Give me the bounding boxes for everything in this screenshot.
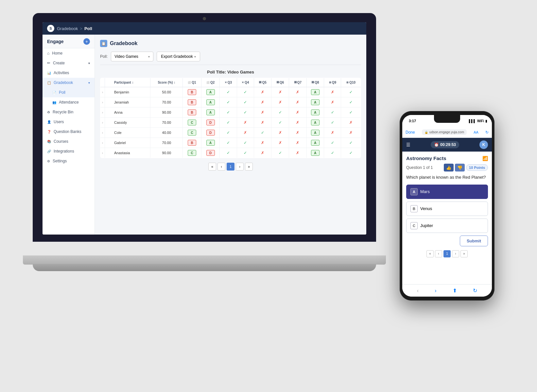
phone-option-c[interactable]: C Jupiter <box>406 219 488 233</box>
q9-cell: ✓ <box>324 148 341 158</box>
sidebar: Engage + Home Create ▾ 📊 Activities <box>43 35 95 235</box>
q9-cell: ✗ <box>324 128 341 138</box>
q6-header[interactable]: 🖼 Q6 <box>271 78 289 87</box>
q10-cell: ✗ <box>341 128 361 138</box>
sidebar-label-gradebook: Gradebook <box>54 80 73 85</box>
page-prev-btn[interactable]: ‹ <box>217 163 225 171</box>
page-1-btn[interactable]: 1 <box>227 163 234 171</box>
phone-back-button[interactable]: ‹ <box>417 288 419 294</box>
table-row: ›Jeramiah70.00BA✓✓✗✗✗A✗✓ <box>100 97 361 107</box>
q4-cell: ✓ <box>237 97 254 107</box>
row-expand-arrow[interactable]: › <box>102 151 103 155</box>
phone-status-right: ▌▌▌ WiFi ▮ <box>469 119 487 123</box>
sidebar-item-integrations[interactable]: 🔗 Integrations <box>43 146 95 156</box>
phone-share-button[interactable]: ⬆ <box>453 287 457 294</box>
q10-header[interactable]: ⊞ Q10 <box>341 78 361 87</box>
sidebar-item-recycle[interactable]: ♻ Recycle Bin <box>43 107 95 117</box>
sidebar-label-integrations: Integrations <box>54 149 74 154</box>
sidebar-item-activities[interactable]: 📊 Activities <box>43 68 95 78</box>
phone-option-b[interactable]: B Venus <box>406 202 488 216</box>
sidebar-item-questionbanks[interactable]: ❓ Question Banks <box>43 127 95 137</box>
q10-cell: ✗ <box>341 118 361 128</box>
correct-icon: ✓ <box>349 90 353 94</box>
incorrect-icon: ✗ <box>296 120 299 125</box>
phone-option-a[interactable]: A Mars <box>406 185 488 199</box>
q7-cell: ✗ <box>289 148 307 158</box>
sidebar-item-courses[interactable]: 📚 Courses <box>43 137 95 146</box>
phone-submit-button[interactable]: Submit <box>460 236 488 246</box>
correct-icon: ✓ <box>279 151 282 155</box>
q7-header[interactable]: 🖼 Q7 <box>289 78 307 87</box>
phone-done-button[interactable]: Done <box>406 130 415 135</box>
export-chevron-icon: ▾ <box>194 55 196 58</box>
correct-icon: ✓ <box>244 110 247 115</box>
sidebar-item-create[interactable]: Create ▾ <box>43 58 95 68</box>
answer-badge: A <box>311 89 320 95</box>
row-expand-arrow[interactable]: › <box>102 101 103 104</box>
q8-cell: A <box>306 128 324 138</box>
score-header[interactable]: Score (%) ↕ <box>150 78 183 87</box>
sidebar-item-poll[interactable]: 📄 Poll <box>43 88 95 97</box>
q7-cell: ✗ <box>289 107 307 118</box>
table-row: ›Anna90.00BA✓✓✗✓✗A✓✓ <box>100 107 361 118</box>
phone-reload-button[interactable]: ↻ <box>485 130 489 135</box>
page-next-btn[interactable]: › <box>236 163 244 171</box>
incorrect-icon: ✗ <box>349 130 353 135</box>
correct-icon: ✓ <box>227 120 230 125</box>
thumbs-up-button[interactable]: 👍 <box>444 164 454 172</box>
phone-avatar: K <box>479 140 488 149</box>
phone-timer: ⏰ 00:29:53 <box>431 141 459 148</box>
phone-aa-button[interactable]: AA <box>474 130 478 134</box>
participant-name-cell: Cassidy <box>105 118 150 128</box>
score-cell: 70.00 <box>150 118 183 128</box>
incorrect-icon: ✗ <box>261 151 264 155</box>
breadcrumb-app: Gradebook <box>57 26 78 31</box>
answer-badge: A <box>311 130 320 136</box>
phone-page-next[interactable]: › <box>452 250 459 257</box>
page-first-btn[interactable]: « <box>208 163 216 171</box>
row-expand-arrow[interactable]: › <box>102 111 103 114</box>
q3-header[interactable]: ✕ Q3 <box>220 78 237 87</box>
poll-select[interactable]: Video Games ▾ <box>111 52 153 61</box>
sidebar-item-home[interactable]: Home <box>43 48 95 58</box>
phone-page-1[interactable]: 1 <box>443 250 451 257</box>
phone-url-text: udson.engage.yuja.com <box>429 130 464 134</box>
q9-cell: ✗ <box>324 97 341 107</box>
incorrect-icon: ✗ <box>261 120 264 125</box>
q6-cell: ✗ <box>271 97 289 107</box>
sidebar-item-users[interactable]: 👤 Users <box>43 117 95 127</box>
thumbs-down-button[interactable]: 👎 <box>455 164 465 172</box>
page-last-btn[interactable]: » <box>245 163 253 171</box>
phone-page-first[interactable]: « <box>426 250 434 257</box>
phone-forward-button[interactable]: › <box>435 288 436 294</box>
row-expand-arrow[interactable]: › <box>102 90 103 94</box>
q2-header[interactable]: ⬜ Q2 <box>201 78 220 87</box>
row-expand-arrow[interactable]: › <box>102 141 103 145</box>
participant-header[interactable]: Participant ↕ <box>105 78 150 87</box>
correct-icon: ✓ <box>244 100 247 105</box>
answer-badge: B <box>188 140 196 146</box>
q1-cell: B <box>183 107 201 118</box>
q4-header[interactable]: ✕ Q4 <box>237 78 254 87</box>
sidebar-item-settings[interactable]: ⚙ Settings <box>43 156 95 166</box>
q1-header[interactable]: ⬜ Q1 <box>183 78 201 87</box>
q5-header[interactable]: 🖼 Q5 <box>254 78 271 87</box>
phone-page-prev[interactable]: ‹ <box>435 250 442 257</box>
phone-bookmark-button[interactable]: ↻ <box>473 287 477 294</box>
phone-menu-icon[interactable]: ☰ <box>406 142 410 147</box>
score-cell: 70.00 <box>150 97 183 107</box>
sidebar-item-attendance[interactable]: 👥 Attendance <box>43 97 95 107</box>
clock-icon: ⏰ <box>434 142 439 147</box>
q10-cell: ✓ <box>341 107 361 118</box>
table-row: ›Cassidy70.00CD✓✗✗✓✗A✓✗ <box>100 118 361 128</box>
incorrect-icon: ✗ <box>296 130 299 135</box>
sidebar-item-gradebook[interactable]: 📋 Gradebook ▾ <box>43 78 95 88</box>
phone-page-last[interactable]: » <box>460 250 468 257</box>
row-expand-arrow[interactable]: › <box>102 121 103 124</box>
row-expand-arrow[interactable]: › <box>102 131 103 135</box>
export-gradebook-button[interactable]: Export Gradebook ▾ <box>157 52 200 61</box>
q8-header[interactable]: 🖼 Q8 <box>306 78 324 87</box>
q9-header[interactable]: ⊞ Q9 <box>324 78 341 87</box>
sidebar-add-button[interactable]: + <box>83 38 90 45</box>
q4-cell: ✓ <box>237 148 254 158</box>
